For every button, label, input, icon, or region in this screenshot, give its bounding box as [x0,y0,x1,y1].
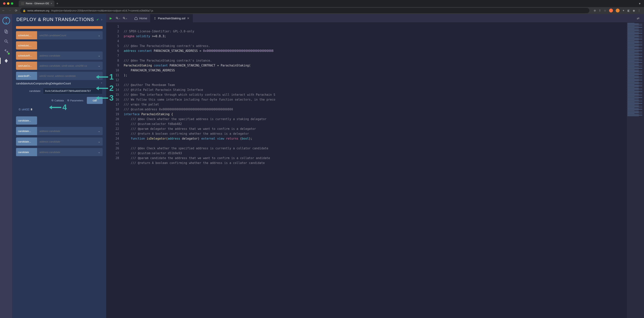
candidate-input[interactable] [43,88,103,94]
browser-toolbar-icons: ⊕ ⇧ ☆ ✦ ◧ ◉ ⋮ [592,8,642,12]
extensions-icon[interactable]: ✦ [622,9,625,12]
tab-home-label: Home [139,16,147,20]
fn-awarded-input[interactable] [37,72,96,80]
close-window-icon[interactable] [3,2,6,5]
minimize-window-icon[interactable] [7,2,9,5]
fn-candidate2-button[interactable]: candidate... [16,127,37,135]
result-type: uint32: [22,108,30,111]
code-body[interactable]: // SPDX-License-Identifier: GPL-3.0-only… [122,23,626,318]
share-icon[interactable]: ⇧ [599,9,601,12]
deploy-icon[interactable] [3,58,9,64]
fn-scheduleL1-input[interactable] [37,31,96,39]
annotation-2: 2 [96,84,114,93]
clipboard-icon: ⧉ [67,99,69,102]
fn-setAuto-button[interactable]: setAutoCo... [16,62,37,70]
fn-candidate4-button[interactable]: candidate [16,148,37,156]
annotation-3: 3 [96,94,114,102]
swap-icon[interactable]: ⇄ [637,16,639,20]
window-controls [2,2,15,5]
compiler-icon[interactable] [3,48,9,54]
bookmark-icon[interactable]: ☆ [604,9,606,12]
maximize-window-icon[interactable] [11,2,13,5]
editor-toolbar: ▶ 🔍︎₋ 🔍︎₊ Home ParachainStaking.sol ✕ ⇄ [106,14,644,23]
svg-point-5 [5,40,7,42]
fn-scheduleL2-button[interactable]: scheduleL... [16,41,37,49]
next-icon[interactable]: › [101,18,102,21]
url-host: remix.ethereum.org [27,9,49,12]
expand-icon[interactable]: ⌄ [96,51,103,60]
fn-setAuto-input[interactable] [37,62,96,70]
expand-icon[interactable]: ⌄ [96,127,103,135]
function-row: scheduleL... [16,41,37,49]
search-icon[interactable] [3,38,9,44]
fn-candidate4-input[interactable] [37,148,96,156]
function-row: scheduleL... ⌄ [16,31,103,39]
editor-area: ▶ 🔍︎₋ 🔍︎₊ Home ParachainStaking.sol ✕ ⇄ … [106,14,644,318]
deploy-panel: DEPLOY & RUN TRANSACTIONS ✔ › scheduleL.… [12,14,106,318]
tabs-dropdown-icon[interactable]: ▾ [637,2,642,5]
tab-title: Remix - Ethereum IDE [26,2,49,5]
fn-candidate1-button[interactable]: candidate... [16,116,37,125]
browser-tab[interactable]: Remix - Ethereum IDE × [19,0,54,7]
fn-candidate3-button[interactable]: candidate... [16,137,37,146]
fn-scheduleL1-button[interactable]: scheduleL... [16,31,37,39]
iconbar [0,14,12,318]
zoom-in-icon[interactable]: 🔍︎₊ [122,16,128,20]
remix-logo-icon[interactable] [2,16,10,25]
fn-candidate2-input[interactable] [37,127,96,135]
function-row: awardedP... ⌄ [16,72,103,80]
menu-icon[interactable]: ⋮ [638,9,640,12]
annotation-4: 4 [50,103,67,112]
line-gutter: 1234567891011121314151617181920212223242… [106,23,122,318]
tab-favicon-icon [21,2,24,5]
reload-button[interactable]: ⟳ [14,9,18,12]
minimap[interactable] [626,23,644,318]
new-tab-button[interactable]: + [54,2,60,5]
function-row: candidate ⌄ [16,148,103,156]
metamask-icon[interactable] [616,8,620,12]
solidity-icon [154,17,156,20]
tab-close-icon[interactable]: × [51,2,52,5]
fn-scheduleR-input[interactable] [37,51,96,60]
copy-parameters-button[interactable]: ⧉Parameters [67,99,83,102]
expand-icon[interactable]: ⌄ [96,31,103,39]
run-icon[interactable]: ▶ [108,16,114,20]
section-divider [16,26,103,29]
tab-home[interactable]: Home [131,14,150,23]
result-value: 8 [31,108,32,111]
zoom-out-icon[interactable]: 🔍︎₋ [115,16,120,20]
address-bar[interactable]: 🔒 remix.ethereum.org/#optimize=false&run… [20,8,589,13]
app-root: DEPLOY & RUN TRANSACTIONS ✔ › scheduleL.… [0,14,644,318]
panel-header: DEPLOY & RUN TRANSACTIONS ✔ › [12,14,106,25]
tab-file[interactable]: ParachainStaking.sol ✕ [150,14,193,23]
expand-icon[interactable]: ⌄ [96,62,103,70]
fn-awarded-button[interactable]: awardedP... [16,72,37,80]
function-row: candidate... [16,116,37,125]
compiler-success-badge [8,52,10,55]
code-line: // SPDX-License-Identifier: GPL-3.0-only [124,30,194,33]
fn-scheduleR-button[interactable]: scheduleR... [16,51,37,60]
function-row: setAutoCo... ⌄ [16,62,103,70]
browser-chrome: Remix - Ethereum IDE × + ▾ ← → ⟳ 🔒 remix… [0,0,644,14]
editor-tabs: Home ParachainStaking.sol ✕ [131,14,193,23]
expand-icon[interactable]: ⌄ [96,148,103,156]
expand-icon[interactable]: ⌄ [96,137,103,146]
close-tab-icon[interactable]: ✕ [187,16,190,20]
expanded-header: candidateAutoCompoundingDelegationCount … [16,82,103,85]
back-button[interactable]: ← [2,9,6,12]
extension-icon[interactable] [609,8,613,12]
svg-line-6 [7,42,8,43]
function-row: candidate... ⌄ [16,137,103,146]
copy-calldata-button[interactable]: ⧉Calldata [52,99,64,102]
param-row: candidate: [16,88,103,94]
home-icon [134,16,138,20]
file-explorer-icon[interactable] [3,28,9,35]
annotation-1: 1 [96,72,114,81]
svg-point-2 [6,22,7,23]
profile-icon[interactable]: ◉ [633,9,635,12]
function-row: candidate... ⌄ [16,127,103,135]
fn-candidate3-input[interactable] [37,137,96,146]
zoom-icon[interactable]: ⊕ [594,9,596,12]
panel-body: scheduleL... ⌄ scheduleL... scheduleR...… [12,25,106,318]
sidepanel-icon[interactable]: ◧ [628,9,630,12]
